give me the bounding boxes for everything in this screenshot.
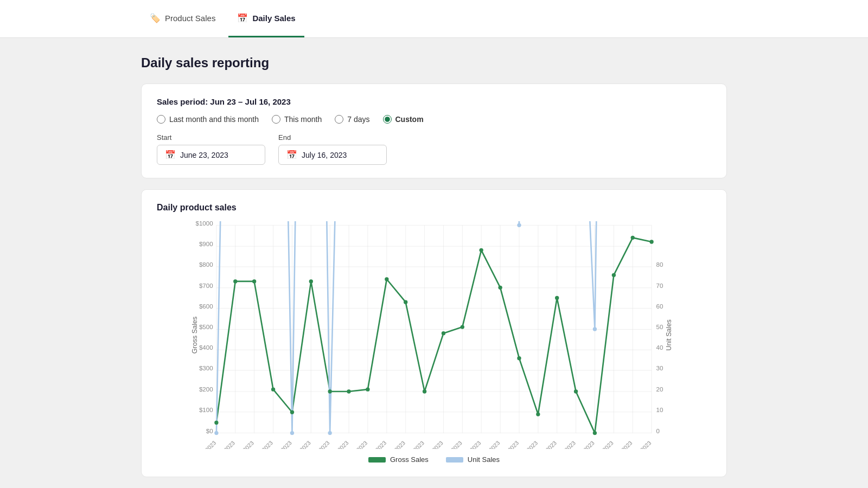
line-chart: $0 $100 $200 $300 $400 $500 $600 $700 $8… [157,221,711,449]
chart-card: Daily product sales $0 $100 $200 $300 $4… [141,189,727,477]
svg-text:50: 50 [656,324,663,331]
svg-text:60: 60 [656,303,663,310]
svg-text:$300: $300 [199,365,213,371]
svg-point-104 [649,240,653,243]
svg-point-82 [233,279,237,283]
svg-text:$100: $100 [199,407,213,413]
svg-point-125 [593,327,597,331]
date-inputs: Start 📅 June 23, 2023 End 📅 July 16, 202… [157,133,711,165]
svg-text:70: 70 [656,282,663,289]
svg-text:30: 30 [656,365,663,371]
product-sales-icon: 🏷️ [150,13,161,23]
svg-text:80: 80 [656,261,663,268]
svg-text:$900: $900 [199,241,213,247]
svg-point-98 [536,412,540,416]
svg-point-95 [479,248,483,252]
svg-point-89 [366,387,369,391]
chart-container: $0 $100 $200 $300 $400 $500 $600 $700 $8… [157,221,711,449]
svg-text:40: 40 [656,344,663,351]
svg-point-105 [214,431,218,435]
main-content: Daily sales reporting Sales period: Jun … [0,38,868,488]
product-sales-label: Product Sales [165,14,215,23]
svg-point-91 [404,300,407,304]
end-label: End [278,133,387,142]
calendar-end-icon: 📅 [286,150,297,160]
end-date-input[interactable]: 📅 July 16, 2023 [278,145,387,165]
svg-text:$1000: $1000 [196,221,213,227]
svg-text:Gross Sales: Gross Sales [191,317,199,354]
start-label: Start [157,133,265,142]
svg-text:20: 20 [656,386,663,393]
chart-legend: Gross Sales Unit Sales [157,455,711,464]
top-navigation: 🏷️ Product Sales 📅 Daily Sales [0,0,868,38]
radio-custom[interactable]: Custom [383,115,424,124]
svg-point-96 [498,286,502,290]
svg-point-103 [631,236,635,240]
svg-point-81 [214,421,218,425]
svg-text:$0: $0 [206,428,213,434]
legend-unit-sales: Unit Sales [446,455,500,464]
svg-point-90 [385,277,388,281]
svg-point-111 [328,431,331,435]
start-date-field: Start 📅 June 23, 2023 [157,133,265,165]
radio-group: Last month and this month This month 7 d… [157,115,711,124]
legend-gross-sales: Gross Sales [368,455,429,464]
page-title: Daily sales reporting [141,55,727,70]
sales-period-label: Sales period: Jun 23 – Jul 16, 2023 [157,97,711,106]
svg-text:$600: $600 [199,303,213,310]
svg-point-100 [574,389,578,393]
svg-point-92 [423,389,426,393]
svg-point-87 [328,389,331,393]
gross-sales-color [368,457,386,463]
svg-point-109 [290,431,294,435]
svg-text:$800: $800 [199,261,213,268]
start-date-input[interactable]: 📅 June 23, 2023 [157,145,265,165]
radio-label-last-month: Last month and this month [169,115,259,124]
tab-product-sales[interactable]: 🏷️ Product Sales [141,0,224,37]
svg-point-102 [612,273,616,277]
svg-text:Jun 23, 2023: Jun 23, 2023 [189,439,218,449]
radio-7-days[interactable]: 7 days [335,115,369,124]
filter-card: Sales period: Jun 23 – Jul 16, 2023 Last… [141,84,727,178]
gross-sales-label: Gross Sales [390,455,429,464]
calendar-start-icon: 📅 [165,150,176,160]
svg-point-99 [555,296,559,300]
daily-sales-label: Daily Sales [252,14,295,23]
end-date-value: July 16, 2023 [302,151,347,159]
svg-point-101 [593,431,597,435]
svg-point-84 [271,387,275,391]
unit-sales-color [446,457,463,463]
svg-point-121 [517,223,521,227]
svg-text:$400: $400 [199,344,213,351]
unit-sales-label: Unit Sales [468,455,500,464]
svg-point-83 [252,279,256,283]
radio-this-month[interactable]: This month [272,115,322,124]
radio-last-month-this-month[interactable]: Last month and this month [157,115,259,124]
svg-text:0: 0 [656,428,660,434]
svg-point-94 [461,325,464,329]
radio-label-this-month: This month [284,115,322,124]
svg-text:$500: $500 [199,324,213,331]
daily-sales-icon: 📅 [237,13,248,23]
svg-point-97 [517,356,521,360]
tab-daily-sales[interactable]: 📅 Daily Sales [228,0,304,37]
svg-point-85 [290,410,294,414]
chart-title: Daily product sales [157,203,711,213]
svg-text:10: 10 [656,407,663,413]
svg-text:Unit Sales: Unit Sales [665,319,673,350]
svg-point-93 [442,331,445,335]
radio-label-7-days: 7 days [347,115,369,124]
end-date-field: End 📅 July 16, 2023 [278,133,387,165]
start-date-value: June 23, 2023 [180,151,228,159]
svg-point-86 [309,279,313,283]
svg-text:$700: $700 [199,282,213,289]
svg-point-88 [347,389,350,393]
radio-label-custom: Custom [395,115,424,124]
svg-text:$200: $200 [199,386,213,393]
